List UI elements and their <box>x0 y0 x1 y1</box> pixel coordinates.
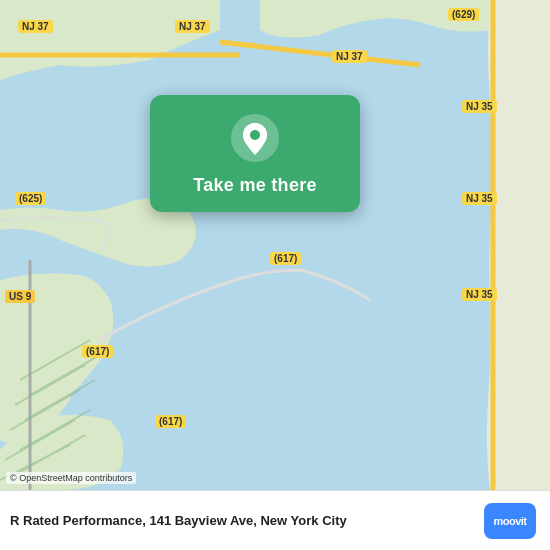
take-me-there-button[interactable]: Take me there <box>193 175 317 196</box>
road-label-nj35-3: NJ 35 <box>462 288 497 301</box>
road-label-nj35-1: NJ 35 <box>462 100 497 113</box>
road-label-617-c: (617) <box>270 252 301 265</box>
road-label-629: (629) <box>448 8 479 21</box>
road-label-nj37-tc: NJ 37 <box>175 20 210 33</box>
svg-point-16 <box>250 130 260 140</box>
road-label-nj37-r: NJ 37 <box>332 50 367 63</box>
moovit-logo-text: moovit <box>493 515 526 527</box>
location-pin-icon <box>230 113 280 163</box>
bottom-bar: R Rated Performance, 141 Bayview Ave, Ne… <box>0 490 550 550</box>
location-name: R Rated Performance, 141 Bayview Ave, Ne… <box>10 513 347 528</box>
moovit-logo[interactable]: moovit <box>484 503 536 539</box>
map-attribution: © OpenStreetMap contributors <box>6 472 136 484</box>
take-me-there-card[interactable]: Take me there <box>150 95 360 212</box>
road-label-nj35-2: NJ 35 <box>462 192 497 205</box>
road-label-617-b: (617) <box>155 415 186 428</box>
road-label-us9: US 9 <box>5 290 35 303</box>
road-label-nj37-tl: NJ 37 <box>18 20 53 33</box>
map-container: NJ 37 NJ 37 NJ 37 (629) NJ 35 NJ 35 NJ 3… <box>0 0 550 490</box>
road-label-617-bl: (617) <box>82 345 113 358</box>
road-label-625: (625) <box>15 192 46 205</box>
location-info: R Rated Performance, 141 Bayview Ave, Ne… <box>10 513 347 528</box>
